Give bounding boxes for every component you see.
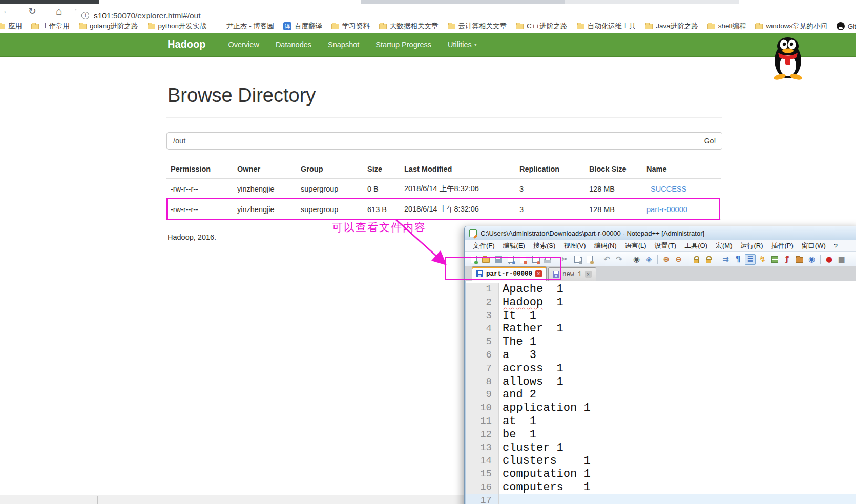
bookmark-label: 百度翻译 <box>295 22 322 31</box>
menu-item[interactable]: ? <box>830 241 842 251</box>
bookmark-item[interactable]: windows常见的小问 <box>750 20 831 32</box>
sync-scroll-vertical-button[interactable] <box>691 254 701 265</box>
browser-tab[interactable] <box>0 0 99 4</box>
editor-line[interactable]: 2Hadoop 1 <box>466 296 856 309</box>
menu-item[interactable]: 文件(F) <box>469 240 499 252</box>
bookmark-item[interactable]: 应用 <box>0 20 27 32</box>
path-input[interactable] <box>166 132 698 150</box>
nav-item-overview[interactable]: Overview <box>220 33 267 56</box>
go-button[interactable]: Go! <box>698 132 722 150</box>
nav-item-datanodes[interactable]: Datanodes <box>267 33 320 56</box>
nav-item-utilities[interactable]: Utilities▾ <box>440 33 485 56</box>
close-icon[interactable]: × <box>585 271 592 278</box>
menu-item[interactable]: 编辑(E) <box>499 240 529 252</box>
function-list-icon: ƒ <box>785 256 789 263</box>
find-button[interactable]: ◉ <box>631 254 642 265</box>
bookmark-item[interactable]: 学习资料 <box>327 20 374 32</box>
editor-line[interactable]: 4Rather 1 <box>466 322 856 335</box>
editor-line[interactable]: 9and 2 <box>466 388 856 402</box>
folder-as-workspace-button[interactable] <box>794 254 805 265</box>
bookmark-item[interactable]: 译百度翻译 <box>279 20 327 32</box>
folder-as-workspace-icon <box>796 257 803 263</box>
macro-stop-button[interactable]: ■ <box>836 254 847 265</box>
nav-item-startup-progress[interactable]: Startup Progress <box>367 33 440 56</box>
menu-item[interactable]: 设置(T) <box>651 240 681 252</box>
bookmark-item[interactable]: 大数据相关文章 <box>374 20 443 32</box>
copy-button[interactable] <box>572 254 582 265</box>
find-replace-button[interactable]: ◈ <box>643 254 654 265</box>
menu-item[interactable]: 编码(N) <box>590 240 621 252</box>
editor-line[interactable]: 13cluster 1 <box>466 442 856 455</box>
bookmark-item[interactable]: 尹正杰 - 博客园 <box>211 20 279 32</box>
bookmark-item[interactable]: 工作常用 <box>27 20 74 32</box>
menu-item[interactable]: 搜索(S) <box>529 240 559 252</box>
menu-item[interactable]: 运行(R) <box>736 240 767 252</box>
editor-line[interactable]: 17 <box>466 494 856 504</box>
zoom-out-icon: ⊖ <box>675 256 682 263</box>
show-all-characters-button[interactable]: ¶ <box>733 254 743 265</box>
nav-item-snapshot[interactable]: Snapshot <box>320 33 367 56</box>
line-text: across 1 <box>499 362 856 375</box>
function-list-button[interactable]: ƒ <box>782 254 792 265</box>
editor-line[interactable]: 8allows 1 <box>466 375 856 389</box>
bookmark-item[interactable]: shell编程 <box>703 20 751 32</box>
notepad-editor[interactable]: 1Apache 12Hadoop 13It 14Rather 15The 16a… <box>465 281 856 504</box>
line-number: 3 <box>466 309 499 323</box>
line-text: clusters 1 <box>499 454 856 468</box>
file-link[interactable]: _SUCCESS <box>646 185 686 193</box>
editor-line[interactable]: 15computation 1 <box>466 468 856 481</box>
browser-tab[interactable] <box>361 0 565 4</box>
redo-button[interactable]: ↷ <box>614 254 624 265</box>
menu-item[interactable]: 宏(M) <box>712 240 737 252</box>
paste-button[interactable] <box>584 254 595 265</box>
editor-line[interactable]: 1Apache 1 <box>466 283 856 296</box>
forward-icon[interactable]: → <box>0 5 10 16</box>
bookmark-item[interactable]: 云计算相关文章 <box>443 20 512 32</box>
line-text: be 1 <box>499 428 856 442</box>
editor-line[interactable]: 3It 1 <box>466 309 856 323</box>
bookmark-item[interactable]: GitHub <box>832 20 856 32</box>
document-map-button[interactable] <box>769 254 780 265</box>
divider <box>166 117 722 118</box>
editor-line[interactable]: 10application 1 <box>466 402 856 415</box>
bookmark-item[interactable]: golang进阶之路 <box>74 20 143 32</box>
zoom-out-button[interactable]: ⊖ <box>673 254 684 265</box>
editor-line[interactable]: 16computers 1 <box>466 481 856 494</box>
editor-line[interactable]: 5The 1 <box>466 335 856 349</box>
notepad-title-bar[interactable]: C:\Users\Administrator\Downloads\part-r-… <box>465 226 856 240</box>
home-icon[interactable]: ⌂ <box>52 5 66 17</box>
editor-line[interactable]: 6a 3 <box>466 349 856 362</box>
monitoring-button[interactable]: ◉ <box>806 254 817 265</box>
menu-item[interactable]: 语言(L) <box>621 240 651 252</box>
word-wrap-button[interactable]: ⇉ <box>720 254 731 265</box>
menu-item[interactable]: 工具(O) <box>680 240 712 252</box>
reload-icon[interactable]: ↻ <box>26 5 39 17</box>
document-switcher-icon: ↯ <box>759 256 766 263</box>
document-switcher-button[interactable]: ↯ <box>757 254 768 265</box>
macro-record-button[interactable]: ● <box>824 254 834 265</box>
editor-line[interactable]: 12be 1 <box>466 428 856 442</box>
editor-line[interactable]: 11at 1 <box>466 415 856 428</box>
browser-tab[interactable] <box>565 0 739 4</box>
bookmark-item[interactable]: Java进阶之路 <box>640 20 703 32</box>
line-text: at 1 <box>499 415 856 428</box>
navbar-brand[interactable]: Hadoop <box>168 38 205 50</box>
qq-penguin-icon[interactable] <box>771 36 804 80</box>
editor-line[interactable]: 14clusters 1 <box>466 454 856 468</box>
bookmark-item[interactable]: python开发实战 <box>143 20 212 32</box>
editor-line[interactable]: 7across 1 <box>466 362 856 375</box>
bookmark-item[interactable]: C++进阶之路 <box>511 20 572 32</box>
bookmark-label: golang进阶之路 <box>90 22 138 31</box>
page-info-icon[interactable]: i <box>81 12 89 19</box>
zoom-in-button[interactable]: ⊕ <box>661 254 672 265</box>
column-header: Owner <box>233 165 297 173</box>
menu-item[interactable]: 窗口(W) <box>798 240 830 252</box>
menu-item[interactable]: 视图(V) <box>559 240 590 252</box>
sync-scroll-horizontal-button[interactable] <box>703 254 714 265</box>
bookmark-item[interactable]: 自动化运维工具 <box>572 20 641 32</box>
view-document-list-button[interactable]: ≣ <box>745 254 756 265</box>
cell-block: 128 MB <box>585 185 642 193</box>
menu-item[interactable]: 插件(P) <box>767 240 798 252</box>
footer-text: Hadoop, 2016. <box>168 233 216 241</box>
undo-button[interactable]: ↶ <box>601 254 612 265</box>
